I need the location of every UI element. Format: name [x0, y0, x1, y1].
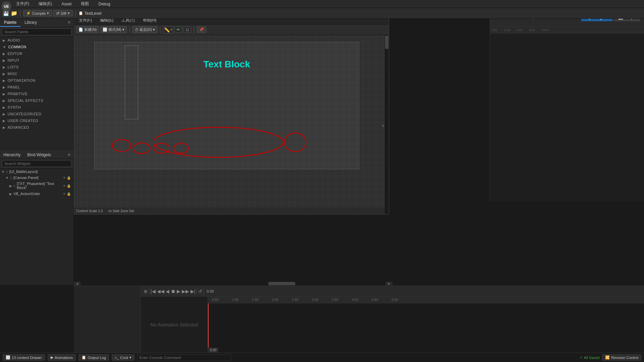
tab-library[interactable]: Library: [20, 19, 41, 27]
svg-point-5: [284, 133, 306, 152]
scroll-right-arrow[interactable]: ▶: [386, 282, 392, 286]
eye-icon-canvas[interactable]: 👁: [63, 176, 66, 180]
sep2: [75, 10, 76, 17]
anim-add-icon[interactable]: ⊕: [144, 289, 148, 294]
menu-edit[interactable]: 编辑(E): [37, 0, 54, 7]
timeline-mark-2: 1:00: [504, 28, 510, 32]
menu-debug[interactable]: Debug: [96, 1, 112, 7]
extend-dropdown-icon: ▾: [153, 27, 155, 32]
palette-search-input[interactable]: [2, 28, 71, 35]
play-btn[interactable]: ▶: [177, 289, 180, 294]
pen-tool[interactable]: ✏️: [164, 27, 170, 33]
arrow-special-effects: ▶: [3, 99, 6, 103]
arrow-editor: ▶: [3, 52, 6, 56]
pin-btn[interactable]: 📌: [197, 26, 206, 33]
menu-asset[interactable]: Asset: [59, 1, 73, 7]
eye-icon-txt[interactable]: 👁: [63, 184, 66, 188]
scrollbar-thumb-v[interactable]: [385, 36, 388, 49]
hierarchy-tab-bar: Hierarchy Bind Widgets ✕: [0, 151, 73, 159]
mark-300: 3:00: [312, 298, 318, 302]
content-drawer-button[interactable]: ⬜ 13 content Drawer: [3, 354, 45, 361]
we-extend-button[interactable]: ⏱ 延迟(D) ▾: [132, 26, 157, 33]
cmd-button[interactable]: >_ Cmd ▾: [112, 354, 135, 361]
arrow-input: ▶: [3, 59, 6, 62]
lock-icon-txt[interactable]: 🔒: [67, 184, 71, 188]
palette-section-lists[interactable]: ▶ LISTS: [0, 64, 73, 70]
we-mode-button[interactable]: ⬜ 模式(M) ▾: [100, 26, 127, 33]
diff-button[interactable]: ⇄ Diff ▾: [53, 10, 72, 16]
right-timeline-ruler: 1:50 1:00 4:00 4:50 5:00+: [490, 27, 644, 34]
hierarchy-close[interactable]: ✕: [65, 151, 73, 159]
palette-section-uncategorized[interactable]: ▶ UNCATEGORIZED: [0, 111, 73, 117]
palette-label-panel: PANEL: [8, 85, 20, 89]
tree-item-vb-actionorder[interactable]: ▶ VB_ActionOrder 👁 🔒: [0, 191, 73, 197]
tab-hierarchy[interactable]: Hierarchy: [0, 151, 24, 159]
prev-frame-btn[interactable]: ◀◀: [157, 289, 164, 294]
step-back-btn[interactable]: ◀: [166, 289, 169, 294]
canvas-content[interactable]: Text Block: [94, 42, 359, 169]
palette-section-editor[interactable]: ▶ EDITOR: [0, 50, 73, 57]
tree-item-canvas-panel[interactable]: ▼ □ [Canvas Panel] 👁 🔒: [0, 175, 73, 181]
palette-section-input[interactable]: ▶ INPUT: [0, 57, 73, 64]
tree-arrow-txt: ▶: [9, 184, 12, 188]
eraser-btn[interactable]: ◻: [183, 26, 191, 33]
log-icon: 📋: [82, 355, 86, 360]
timeline-tracks[interactable]: 0.00: [208, 303, 644, 353]
lock-icon-canvas[interactable]: 🔒: [67, 176, 71, 180]
revision-control-button[interactable]: 🔀 Revision Control: [602, 354, 641, 361]
palette-section-optimization[interactable]: ▶ OPTIMIZATION: [0, 77, 73, 84]
goto-start-btn[interactable]: |◀: [151, 289, 156, 294]
output-log-button[interactable]: 📋 Output Log: [78, 354, 109, 361]
canvas-scrollbar-right[interactable]: [385, 35, 389, 214]
palette-section-misc[interactable]: ▶ MISC: [0, 70, 73, 77]
palette-close[interactable]: ✕: [65, 19, 73, 27]
compile-icon: ⚡: [26, 11, 31, 15]
palette-section-user-created[interactable]: ▶ USER CREATED: [0, 117, 73, 124]
palette-section-primitive[interactable]: ▶ PRIMITIVE: [0, 90, 73, 97]
lock-icon-vb[interactable]: 🔒: [67, 192, 71, 196]
tab-palette[interactable]: Palette: [0, 19, 20, 27]
playhead[interactable]: [208, 303, 209, 353]
canvas-scrollbar-h[interactable]: [201, 282, 402, 286]
palette-section-advanced[interactable]: ▶ ADVANCED: [0, 124, 73, 131]
mode-dropdown-icon: ▾: [122, 27, 124, 32]
tab-bind-widgets[interactable]: Bind Widgets: [24, 151, 54, 159]
next-frame-btn[interactable]: ▶|: [191, 289, 196, 294]
step-fwd-btn[interactable]: ▶▶: [182, 289, 189, 294]
canvas-area[interactable]: Text Block Content Scale 1.0 c: [74, 35, 389, 214]
arrow-optimization: ▶: [3, 79, 6, 82]
scroll-left-arrow[interactable]: ◀: [74, 282, 80, 286]
eye-icon-vb[interactable]: 👁: [63, 192, 66, 196]
animations-button[interactable]: ▶ Animations: [48, 354, 76, 361]
palette-label-misc: MISC: [8, 72, 18, 76]
tool-dropdown[interactable]: ▾: [170, 28, 172, 32]
start-time-value: 0.00: [210, 348, 216, 352]
menu-view[interactable]: 视图: [79, 0, 91, 7]
palette-section-audio[interactable]: ▶ AUDIO: [0, 37, 73, 44]
anim-status-icon: ▶: [51, 355, 53, 360]
sep1: [20, 10, 20, 17]
scrollbar-thumb-h[interactable]: [268, 282, 295, 285]
compile-button[interactable]: ⚡ Compile ▾: [23, 10, 52, 16]
tree-item-ui-battlelayout[interactable]: ▼ □ [UI_BattleLayout]: [0, 169, 73, 175]
menu-file[interactable]: 文件(F): [14, 0, 31, 7]
output-log-label: Output Log: [88, 356, 106, 360]
folder-icon[interactable]: 📁: [11, 10, 17, 16]
hierarchy-search-input[interactable]: [2, 160, 71, 167]
palette-label-audio: AUDIO: [8, 38, 20, 42]
mark-060: 0:60: [212, 298, 218, 302]
content-scale: Content Scale 1.0: [76, 209, 103, 213]
console-input[interactable]: [137, 354, 231, 361]
loop-btn[interactable]: ↺: [198, 289, 202, 294]
palette-section-common[interactable]: ▼ COMMON: [0, 44, 73, 50]
we-new-button[interactable]: 📄 新建(N): [76, 26, 99, 33]
palette-label-uncategorized: UNCATEGORIZED: [8, 112, 42, 116]
tree-item-txt-phasehint[interactable]: ▶ □ [TXT_PhaseHint] "Text Block" 👁 🔒: [0, 181, 73, 191]
ue-logo[interactable]: UE: [1, 1, 11, 11]
stop-btn[interactable]: ⏹: [171, 289, 175, 294]
palette-section-special-effects[interactable]: ▶ SPECIAL EFFECTS: [0, 97, 73, 104]
palette-label-special-effects: SPECIAL EFFECTS: [8, 99, 44, 103]
palette-section-panel[interactable]: ▶ PANEL: [0, 84, 73, 90]
color-pencil-btn[interactable]: ✏: [174, 26, 182, 33]
palette-section-synth[interactable]: ▶ SYNTH: [0, 104, 73, 111]
